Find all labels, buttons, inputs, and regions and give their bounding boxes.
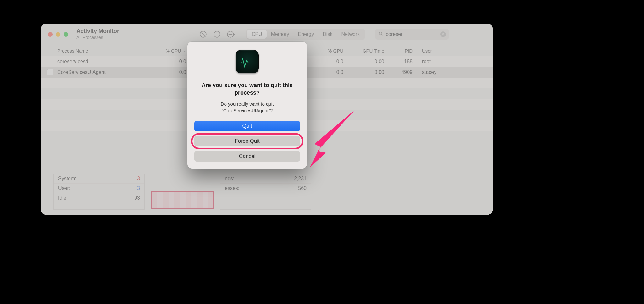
- sort-descending-icon: ⌄: [183, 48, 186, 53]
- minimize-window-button[interactable]: [56, 32, 60, 37]
- tab-network[interactable]: Network: [337, 30, 364, 39]
- tab-memory[interactable]: Memory: [267, 30, 294, 39]
- activity-monitor-icon: [236, 50, 259, 73]
- cpu-stats-pane: System:3 User:3 Idle:93 nds:2,231 esses:…: [41, 168, 493, 215]
- quit-process-dialog: Are you sure you want to quit this proce…: [187, 42, 307, 169]
- window-title: Activity Monitor: [76, 28, 152, 35]
- thread-process-counts: nds:2,231 esses:560: [220, 174, 311, 210]
- cancel-button[interactable]: Cancel: [194, 151, 300, 162]
- search-input[interactable]: coreser: [386, 31, 438, 37]
- quit-button[interactable]: Quit: [194, 121, 300, 131]
- column-cpu[interactable]: % CPU ⌄: [145, 48, 186, 53]
- close-window-button[interactable]: [48, 32, 53, 37]
- tab-energy[interactable]: Energy: [294, 30, 319, 39]
- svg-line-1: [202, 33, 205, 36]
- process-name: coreservicesd: [57, 59, 145, 64]
- cpu-breakdown: System:3 User:3 Idle:93: [53, 174, 145, 210]
- svg-point-8: [231, 34, 232, 35]
- process-name: CoreServicesUIAgent: [57, 69, 145, 75]
- window-title-block: Activity Monitor All Processes: [76, 28, 152, 40]
- search-icon: [378, 31, 383, 37]
- app-icon: [47, 69, 53, 75]
- zoom-window-button[interactable]: [64, 32, 68, 37]
- column-gpu[interactable]: % GPU: [306, 48, 343, 53]
- column-user[interactable]: User: [413, 48, 450, 53]
- window-subtitle: All Processes: [76, 35, 152, 40]
- cpu-history-chart: [151, 191, 214, 209]
- svg-point-6: [229, 34, 230, 35]
- svg-point-3: [217, 33, 217, 33]
- dialog-title: Are you sure you want to quit this proce…: [200, 81, 294, 97]
- column-pid[interactable]: PID: [384, 48, 413, 53]
- resource-tabs: CPU Memory Energy Disk Network: [246, 29, 365, 40]
- info-icon[interactable]: [212, 30, 222, 39]
- process-cpu: 0.0: [145, 69, 186, 75]
- process-cpu: 0.0: [145, 59, 186, 64]
- search-field[interactable]: coreser ✕: [375, 29, 449, 40]
- more-options-icon[interactable]: [226, 30, 236, 39]
- window-controls: [48, 32, 68, 37]
- svg-point-7: [230, 34, 231, 35]
- clear-search-icon[interactable]: ✕: [440, 31, 446, 37]
- force-quit-button[interactable]: Force Quit: [194, 136, 300, 146]
- column-process-name[interactable]: Process Name: [57, 48, 145, 53]
- tab-disk[interactable]: Disk: [318, 30, 337, 39]
- tab-cpu[interactable]: CPU: [247, 30, 267, 39]
- stop-process-icon[interactable]: [198, 30, 208, 39]
- column-gpu-time[interactable]: GPU Time: [343, 48, 384, 53]
- dialog-message: Do you really want to quit “CoreServices…: [203, 101, 291, 114]
- svg-line-10: [381, 34, 382, 35]
